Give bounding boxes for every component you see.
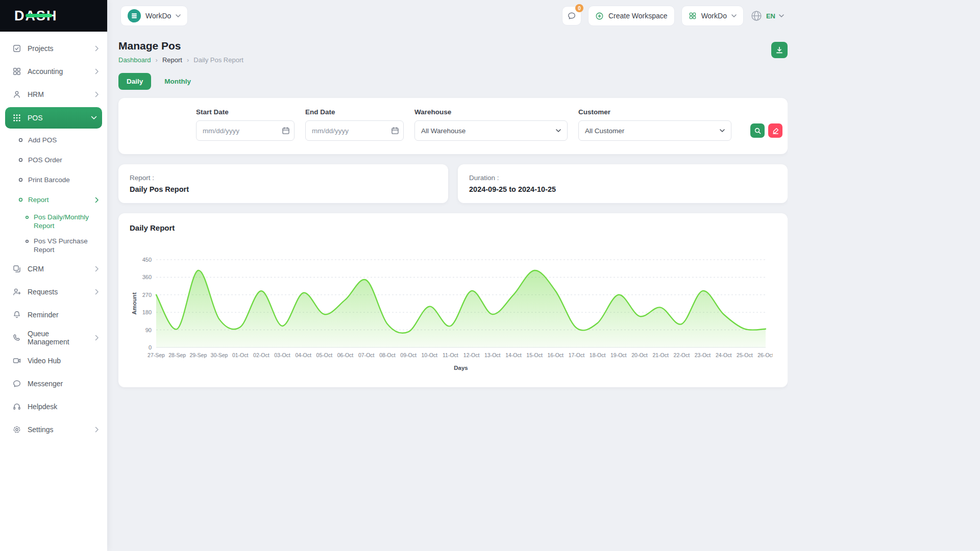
sidebar-item-messenger[interactable]: Messenger (0, 372, 107, 395)
main-content: Manage Pos Dashboard › Report › Daily Po… (107, 32, 788, 551)
breadcrumb-dashboard[interactable]: Dashboard (118, 56, 151, 64)
bell-icon (12, 310, 21, 319)
chevron-right-icon (95, 266, 99, 272)
svg-text:15-Oct: 15-Oct (526, 352, 543, 358)
end-date-group: End Date (305, 108, 404, 141)
svg-text:28-Sep: 28-Sep (168, 352, 186, 358)
sidebar-item-label: Video Hub (28, 357, 61, 365)
messages-badge: 0 (575, 4, 583, 12)
warehouse-select[interactable]: All Warehouse (414, 120, 568, 141)
app-logo[interactable]: DASH (0, 0, 107, 32)
sidebar-item-label: Messenger (28, 380, 63, 388)
customer-select[interactable]: All Customer (578, 120, 731, 141)
svg-text:24-Oct: 24-Oct (716, 352, 732, 358)
svg-text:01-Oct: 01-Oct (232, 352, 249, 358)
chevron-down-icon (720, 129, 725, 132)
svg-text:08-Oct: 08-Oct (379, 352, 396, 358)
grid-icon (689, 12, 697, 20)
filter-actions (750, 123, 782, 138)
customer-selected-value: All Customer (585, 127, 624, 135)
svg-text:270: 270 (142, 292, 152, 298)
sidebar-item-settings[interactable]: Settings (0, 418, 107, 441)
filter-card: Start Date End Date Warehouse All Wareho… (118, 98, 788, 154)
sidebar: DASH Projects Accounting HRM POS Add POS (0, 0, 107, 551)
sidebar-item-requests[interactable]: Requests (0, 280, 107, 303)
svg-text:23-Oct: 23-Oct (695, 352, 711, 358)
start-date-input[interactable] (196, 120, 295, 141)
download-icon (775, 46, 783, 54)
sidebar-item-label: Requests (28, 288, 58, 296)
sidebar-item-hrm[interactable]: HRM (0, 83, 107, 106)
sidebar-item-reminder[interactable]: Reminder (0, 303, 107, 326)
svg-text:180: 180 (142, 309, 152, 315)
download-report-button[interactable] (771, 42, 788, 58)
sidebar-item-pos-vs-purchase-report[interactable]: Pos VS Purchase Report (0, 234, 107, 258)
svg-text:360: 360 (142, 274, 152, 280)
sidebar-item-label: Report (28, 196, 49, 204)
reset-filter-button[interactable] (768, 123, 782, 138)
gear-icon (12, 425, 21, 434)
sidebar-item-projects[interactable]: Projects (0, 37, 107, 60)
apps-grid-icon (12, 113, 21, 122)
sidebar-item-add-pos[interactable]: Add POS (0, 130, 107, 150)
duration-summary-label: Duration : (469, 174, 776, 182)
sidebar-item-label: Settings (28, 425, 54, 434)
sidebar-item-pos-daily-monthly-report[interactable]: Pos Daily/Monthly Report (0, 210, 107, 234)
account-menu-button[interactable]: WorkDo (681, 6, 744, 26)
sidebar-item-report[interactable]: Report (0, 190, 107, 210)
sidebar-item-helpdesk[interactable]: Helpdesk (0, 395, 107, 418)
calendar-icon[interactable] (282, 127, 290, 135)
sidebar-item-pos-order[interactable]: POS Order (0, 150, 107, 170)
chevron-down-icon (731, 14, 737, 17)
topbar-actions: 0 Create Workspace WorkDo EN (562, 6, 784, 26)
warehouse-selected-value: All Warehouse (421, 127, 465, 135)
sidebar-item-pos[interactable]: POS (5, 107, 102, 129)
globe-icon (750, 10, 763, 22)
sidebar-nav: Projects Accounting HRM POS Add POS POS … (0, 32, 107, 449)
workspace-name: WorkDo (145, 12, 171, 20)
svg-text:07-Oct: 07-Oct (358, 352, 375, 358)
chat-icon (12, 379, 21, 388)
breadcrumb-report[interactable]: Report (162, 56, 182, 64)
calendar-icon[interactable] (391, 127, 399, 135)
daily-report-card: Daily Report 09018027036045027-Sep28-Sep… (118, 213, 788, 387)
duration-summary-card: Duration : 2024-09-25 to 2024-10-25 (458, 164, 788, 203)
report-summary-value: Daily Pos Report (130, 185, 437, 193)
tab-daily[interactable]: Daily (118, 73, 151, 90)
sidebar-item-label: Print Barcode (28, 176, 70, 184)
circle-icon (17, 196, 24, 203)
messages-button[interactable]: 0 (562, 6, 581, 26)
language-selector[interactable]: EN (750, 10, 784, 22)
svg-text:09-Oct: 09-Oct (400, 352, 416, 358)
language-code: EN (766, 12, 775, 20)
sidebar-item-accounting[interactable]: Accounting (0, 60, 107, 83)
grid-icon (12, 67, 21, 76)
breadcrumb-separator: › (156, 56, 158, 64)
apply-filter-button[interactable] (750, 123, 765, 138)
svg-text:06-Oct: 06-Oct (337, 352, 354, 358)
sidebar-item-crm[interactable]: CRM (0, 257, 107, 280)
svg-text:90: 90 (145, 327, 152, 333)
eraser-icon (772, 127, 779, 135)
svg-text:19-Oct: 19-Oct (610, 352, 627, 358)
svg-text:30-Sep: 30-Sep (211, 352, 228, 358)
breadcrumb-current: Daily Pos Report (193, 56, 243, 64)
sidebar-item-queue-management[interactable]: Queue Management (0, 326, 107, 349)
phone-icon (12, 333, 21, 342)
svg-text:20-Oct: 20-Oct (631, 352, 648, 358)
clipboard-check-icon (12, 44, 21, 53)
create-workspace-button[interactable]: Create Workspace (588, 6, 675, 26)
workspace-selector[interactable]: WorkDo (120, 6, 188, 26)
sidebar-item-label: POS (28, 114, 43, 122)
sidebar-item-print-barcode[interactable]: Print Barcode (0, 170, 107, 190)
tab-monthly[interactable]: Monthly (164, 78, 191, 85)
sidebar-item-video-hub[interactable]: Video Hub (0, 349, 107, 372)
page-title: Manage Pos (118, 40, 243, 52)
end-date-input[interactable] (305, 120, 404, 141)
svg-text:11-Oct: 11-Oct (443, 352, 458, 358)
svg-text:22-Oct: 22-Oct (674, 352, 690, 358)
user-icon (12, 90, 21, 99)
sidebar-item-label: HRM (28, 90, 44, 98)
headset-icon (12, 402, 21, 411)
sidebar-item-label: Queue Management (28, 330, 89, 346)
